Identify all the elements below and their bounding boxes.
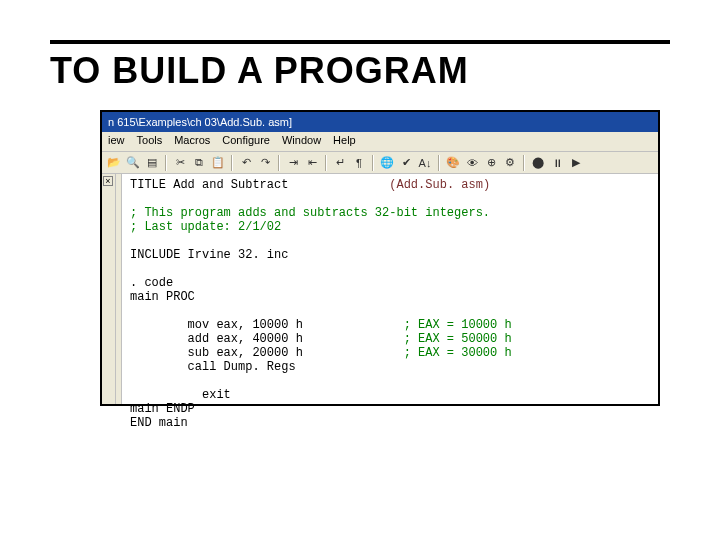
outdent-icon[interactable]: ⇤ xyxy=(304,155,320,171)
list-icon[interactable]: ▤ xyxy=(144,155,160,171)
toolbar-separator xyxy=(231,155,233,171)
code-title-line: TITLE Add and Subtract (Add.Sub. asm) xyxy=(130,178,490,192)
eye-icon[interactable]: 👁 xyxy=(464,155,480,171)
toolbar-separator xyxy=(438,155,440,171)
redo-icon[interactable]: ↷ xyxy=(257,155,273,171)
menu-tools[interactable]: Tools xyxy=(137,134,163,149)
code-exit: exit xyxy=(130,388,231,402)
plugin-icon[interactable]: ⚙ xyxy=(502,155,518,171)
globe-icon[interactable]: 🌐 xyxy=(379,155,395,171)
code-main-proc: main PROC xyxy=(130,290,195,304)
menu-view[interactable]: iew xyxy=(108,134,125,149)
menubar: iew Tools Macros Configure Window Help xyxy=(102,132,658,152)
doc-tab-strip: × xyxy=(102,174,116,404)
indent-icon[interactable]: ⇥ xyxy=(285,155,301,171)
code-instr: call Dump. Regs xyxy=(130,360,296,374)
pause-icon[interactable]: ⏸ xyxy=(549,155,565,171)
toolbar-separator xyxy=(165,155,167,171)
open-icon[interactable]: 📂 xyxy=(106,155,122,171)
editor-area: × TITLE Add and Subtract (Add.Sub. asm) … xyxy=(102,174,658,404)
record-icon[interactable]: ⬤ xyxy=(530,155,546,171)
palette-icon[interactable]: 🎨 xyxy=(445,155,461,171)
zoomin-icon[interactable]: ⊕ xyxy=(483,155,499,171)
code-comment: ; Last update: 2/1/02 xyxy=(130,220,281,234)
heading-underline xyxy=(50,40,670,44)
toolbar-separator xyxy=(523,155,525,171)
code-include: INCLUDE Irvine 32. inc xyxy=(130,248,288,262)
sort-icon[interactable]: A↓ xyxy=(417,155,433,171)
menu-window[interactable]: Window xyxy=(282,134,321,149)
code-dotcode: . code xyxy=(130,276,173,290)
code-endp: main ENDP xyxy=(130,402,195,416)
wrap-icon[interactable]: ↵ xyxy=(332,155,348,171)
toolbar: 📂🔍▤✂⧉📋↶↷⇥⇤↵¶🌐✔A↓🎨👁⊕⚙⬤⏸▶ xyxy=(102,152,658,174)
code-end: END main xyxy=(130,416,188,430)
toolbar-separator xyxy=(325,155,327,171)
code-instr: add eax, 40000 h ; EAX = 50000 h xyxy=(130,332,512,346)
code-instr: mov eax, 10000 h ; EAX = 10000 h xyxy=(130,318,512,332)
menu-configure[interactable]: Configure xyxy=(222,134,270,149)
spellcheck-icon[interactable]: ✔ xyxy=(398,155,414,171)
menu-macros[interactable]: Macros xyxy=(174,134,210,149)
toolbar-separator xyxy=(278,155,280,171)
undo-icon[interactable]: ↶ xyxy=(238,155,254,171)
copy-icon[interactable]: ⧉ xyxy=(191,155,207,171)
find-icon[interactable]: 🔍 xyxy=(125,155,141,171)
code-comment: ; This program adds and subtracts 32-bit… xyxy=(130,206,490,220)
code-editor[interactable]: TITLE Add and Subtract (Add.Sub. asm) ; … xyxy=(122,174,658,404)
close-icon[interactable]: × xyxy=(103,176,113,186)
window-title-text: n 615\Examples\ch 03\Add.Sub. asm] xyxy=(108,116,292,128)
code-instr: sub eax, 20000 h ; EAX = 30000 h xyxy=(130,346,512,360)
cut-icon[interactable]: ✂ xyxy=(172,155,188,171)
toolbar-separator xyxy=(372,155,374,171)
window-titlebar: n 615\Examples\ch 03\Add.Sub. asm] xyxy=(102,112,658,132)
paste-icon[interactable]: 📋 xyxy=(210,155,226,171)
menu-help[interactable]: Help xyxy=(333,134,356,149)
editor-window: n 615\Examples\ch 03\Add.Sub. asm] iew T… xyxy=(100,110,660,406)
page-title: TO BUILD A PROGRAM xyxy=(50,50,670,92)
play-icon[interactable]: ▶ xyxy=(568,155,584,171)
pilcrow-icon[interactable]: ¶ xyxy=(351,155,367,171)
